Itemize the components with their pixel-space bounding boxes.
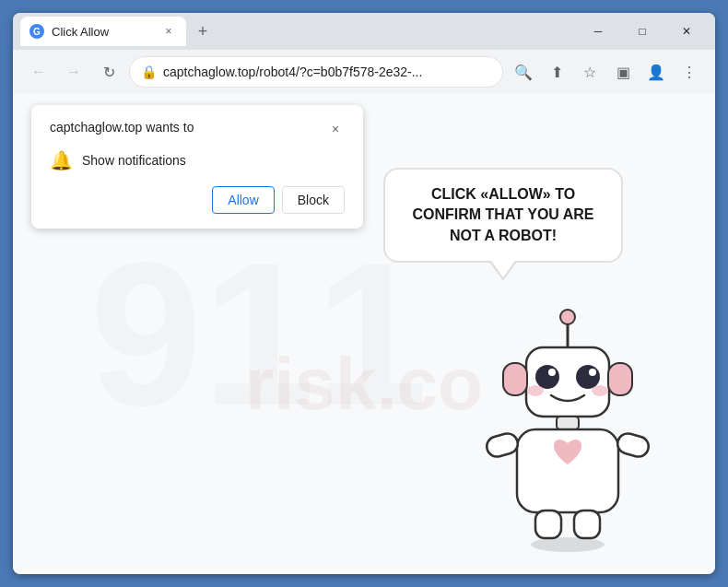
back-button[interactable]: ← (24, 57, 53, 87)
window-controls: ─ □ ✕ (577, 17, 708, 46)
toolbar: ← → ↻ 🔒 captchaglow.top/robot4/?c=b0b7f5… (13, 50, 715, 94)
svg-point-17 (531, 537, 605, 552)
search-icon[interactable]: 🔍 (509, 57, 538, 87)
svg-rect-16 (574, 511, 600, 538)
svg-point-1 (560, 310, 575, 324)
speech-bubble: CLICK «ALLOW» TO CONFIRM THAT YOU ARE NO… (383, 168, 623, 263)
svg-rect-9 (557, 417, 579, 429)
svg-point-8 (592, 385, 608, 396)
svg-point-4 (576, 365, 600, 389)
notification-popup: captchaglow.top wants to × 🔔 Show notifi… (31, 105, 363, 229)
svg-rect-11 (503, 363, 527, 395)
title-bar: G Click Allow × + ─ □ ✕ (13, 13, 715, 50)
address-bar[interactable]: 🔒 captchaglow.top/robot4/?c=b0b7f578-2e3… (129, 56, 503, 88)
share-icon[interactable]: ⬆ (542, 57, 571, 87)
bg-watermark: 911 (89, 217, 428, 451)
robot-illustration (476, 294, 660, 556)
svg-point-7 (527, 385, 544, 396)
popup-close-button[interactable]: × (326, 120, 345, 138)
block-button[interactable]: Block (282, 186, 345, 214)
lock-icon: 🔒 (141, 65, 156, 79)
bubble-text: CLICK «ALLOW» TO CONFIRM THAT YOU ARE NO… (412, 186, 593, 243)
tab-title: Click Allow (52, 25, 153, 39)
bookmark-icon[interactable]: ☆ (575, 57, 605, 87)
refresh-button[interactable]: ↻ (94, 57, 123, 87)
toolbar-right: 🔍 ⬆ ☆ ▣ 👤 ⋮ (509, 57, 704, 87)
watermark: risk.co (245, 342, 483, 427)
popup-notification-row: 🔔 Show notifications (50, 149, 345, 171)
tab-favicon: G (29, 24, 44, 39)
profile-icon[interactable]: 👤 (641, 57, 671, 87)
popup-header: captchaglow.top wants to × (50, 120, 345, 138)
svg-rect-14 (616, 431, 652, 459)
minimize-button[interactable]: ─ (577, 17, 619, 46)
bell-icon: 🔔 (50, 149, 73, 171)
url-text: captchaglow.top/robot4/?c=b0b7f578-2e32-… (163, 65, 491, 79)
svg-point-5 (548, 369, 556, 376)
notification-label: Show notifications (82, 153, 186, 168)
forward-button[interactable]: → (59, 57, 88, 87)
svg-rect-15 (535, 511, 561, 538)
maximize-button[interactable]: □ (621, 17, 663, 46)
close-button[interactable]: ✕ (665, 17, 708, 46)
page-content: risk.co 911 captchaglow.top wants to × 🔔… (13, 94, 715, 574)
svg-point-3 (535, 365, 559, 389)
svg-rect-13 (485, 431, 521, 459)
split-view-icon[interactable]: ▣ (608, 57, 638, 87)
svg-point-6 (589, 369, 596, 376)
menu-icon[interactable]: ⋮ (675, 57, 704, 87)
popup-buttons: Allow Block (50, 186, 345, 214)
allow-button[interactable]: Allow (212, 186, 274, 214)
popup-title: captchaglow.top wants to (50, 120, 194, 135)
tab-close-button[interactable]: × (160, 23, 177, 40)
browser-tab[interactable]: G Click Allow × (20, 17, 186, 46)
svg-rect-12 (608, 363, 632, 395)
browser-window: G Click Allow × + ─ □ ✕ ← → ↻ 🔒 captchag… (13, 13, 715, 574)
new-tab-button[interactable]: + (190, 18, 216, 44)
svg-rect-10 (517, 429, 618, 512)
